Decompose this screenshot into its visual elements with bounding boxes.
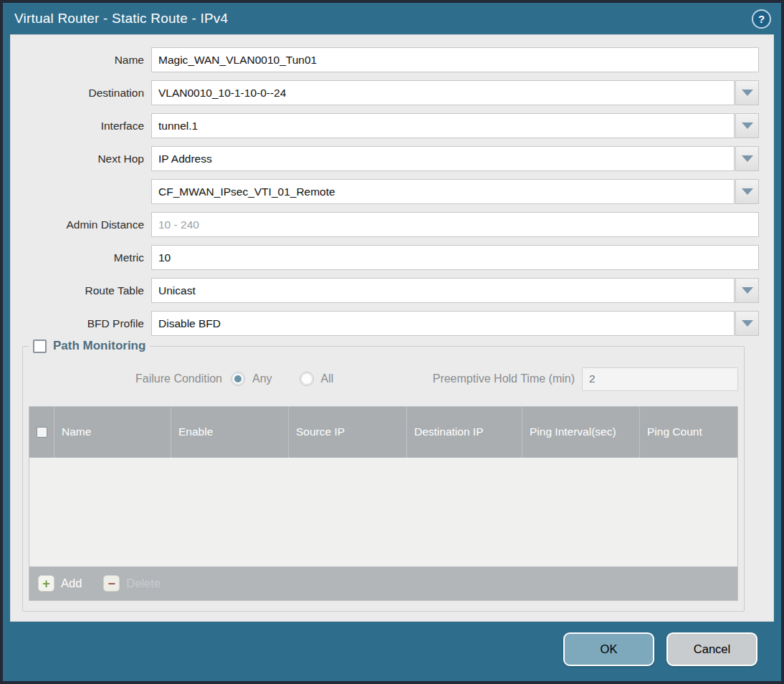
delete-button-label: Delete [126, 577, 161, 590]
help-icon[interactable]: ? [752, 9, 771, 29]
path-monitoring-table: Name Enable Source IP Destination IP Pin… [29, 406, 738, 601]
table-header-select [29, 407, 54, 458]
form-row-name: Name [11, 47, 759, 72]
interface-label: Interface [11, 120, 151, 133]
form-row-route-table: Route Table [11, 278, 759, 303]
form-row-next-hop: Next Hop [11, 146, 759, 171]
plus-icon: + [38, 575, 54, 592]
interface-input[interactable] [151, 113, 735, 138]
dialog-titlebar: Virtual Router - Static Route - IPv4 ? [3, 3, 781, 34]
destination-combo [151, 80, 759, 105]
failure-condition-label: Failure Condition [29, 372, 231, 385]
chevron-down-icon [742, 90, 753, 96]
next-hop-type-input[interactable] [151, 146, 735, 171]
form-row-admin-distance: Admin Distance [11, 212, 759, 237]
name-input[interactable] [151, 47, 759, 72]
table-header-destination-ip: Destination IP [406, 407, 522, 458]
destination-input[interactable] [151, 80, 735, 105]
help-glyph: ? [758, 13, 765, 25]
dialog-title: Virtual Router - Static Route - IPv4 [14, 11, 228, 27]
form-row-interface: Interface [11, 113, 759, 138]
interface-combo [151, 113, 759, 138]
table-header-enable: Enable [171, 407, 288, 458]
chevron-down-icon [742, 320, 753, 327]
select-all-checkbox[interactable] [37, 427, 47, 438]
bfd-profile-input[interactable] [151, 311, 735, 336]
table-body-empty [29, 458, 737, 567]
failure-condition-any-radio [231, 372, 245, 386]
minus-icon: − [103, 575, 120, 592]
chevron-down-icon [742, 122, 753, 129]
destination-dropdown-button[interactable] [735, 80, 759, 105]
path-monitoring-legend: Path Monitoring [29, 339, 150, 353]
route-table-dropdown-button[interactable] [735, 278, 759, 303]
admin-distance-input[interactable] [151, 212, 759, 237]
next-hop-label: Next Hop [11, 153, 151, 165]
metric-label: Metric [11, 251, 151, 264]
form-row-destination: Destination [11, 80, 759, 105]
route-table-combo [151, 278, 759, 303]
table-header-source-ip: Source IP [288, 407, 406, 458]
path-monitoring-checkbox[interactable] [33, 339, 47, 353]
bfd-profile-combo [151, 311, 759, 336]
preemptive-hold-time-input [582, 367, 738, 391]
bfd-profile-dropdown-button[interactable] [735, 311, 759, 336]
chevron-down-icon [742, 287, 753, 294]
path-monitoring-section: Path Monitoring Failure Condition Any Al… [22, 346, 745, 612]
route-table-label: Route Table [11, 284, 151, 297]
failure-condition-row: Failure Condition Any All Preemptive Hol… [29, 366, 738, 392]
chevron-down-icon [742, 155, 753, 162]
path-monitoring-title: Path Monitoring [53, 339, 145, 353]
next-hop-address-combo [151, 179, 759, 204]
table-header-row: Name Enable Source IP Destination IP Pin… [29, 407, 737, 458]
failure-condition-all-option: All [300, 372, 334, 386]
form-row-bfd-profile: BFD Profile [11, 311, 759, 336]
form-row-next-hop-address [11, 179, 759, 204]
next-hop-address-input[interactable] [151, 179, 735, 204]
failure-condition-all-radio [300, 372, 314, 386]
failure-condition-any-label: Any [252, 372, 272, 385]
table-toolbar: + Add − Delete [29, 567, 737, 600]
route-table-input[interactable] [151, 278, 735, 303]
destination-label: Destination [11, 87, 151, 100]
metric-input[interactable] [151, 245, 759, 270]
table-header-ping-count: Ping Count [639, 407, 737, 458]
add-button-label: Add [61, 577, 82, 590]
name-label: Name [11, 54, 151, 67]
add-button[interactable]: + Add [38, 575, 82, 592]
ok-button[interactable]: OK [563, 632, 654, 666]
chevron-down-icon [742, 188, 753, 195]
interface-dropdown-button[interactable] [735, 113, 759, 138]
static-route-dialog: Virtual Router - Static Route - IPv4 ? N… [0, 0, 784, 684]
bfd-profile-label: BFD Profile [11, 317, 151, 330]
dialog-content: Name Destination Interface [10, 34, 774, 622]
next-hop-address-dropdown-button[interactable] [735, 179, 759, 204]
next-hop-type-combo [151, 146, 759, 171]
admin-distance-label: Admin Distance [11, 218, 151, 231]
delete-button: − Delete [103, 575, 161, 592]
failure-condition-all-label: All [321, 372, 334, 385]
table-header-ping-interval: Ping Interval(sec) [522, 407, 639, 458]
preemptive-hold-time-label: Preemptive Hold Time (min) [433, 372, 582, 385]
cancel-button[interactable]: Cancel [666, 632, 757, 666]
failure-condition-any-option: Any [231, 372, 272, 386]
next-hop-type-dropdown-button[interactable] [735, 146, 759, 171]
table-header-name: Name [54, 407, 171, 458]
form-row-metric: Metric [11, 245, 759, 270]
